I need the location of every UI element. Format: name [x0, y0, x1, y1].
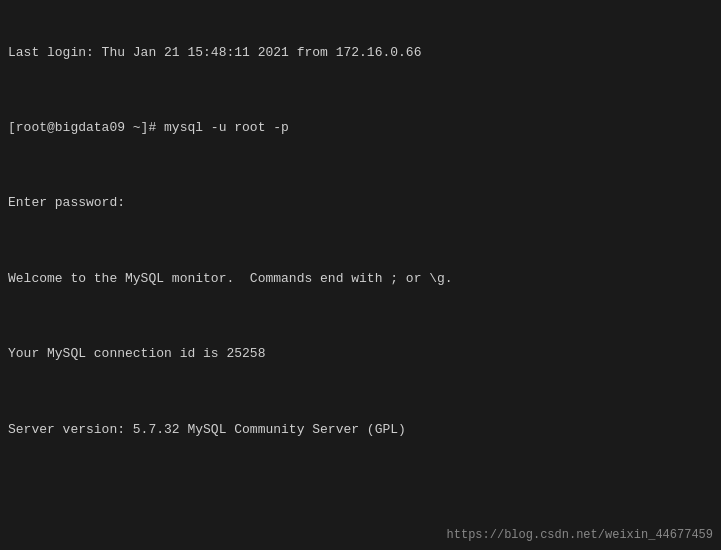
watermark: https://blog.csdn.net/weixin_44677459: [447, 528, 713, 542]
line-2: [root@bigdata09 ~]# mysql -u root -p: [8, 119, 713, 138]
line-4: Welcome to the MySQL monitor. Commands e…: [8, 270, 713, 289]
line-5: Your MySQL connection id is 25258: [8, 345, 713, 364]
line-3: Enter password:: [8, 194, 713, 213]
line-6: Server version: 5.7.32 MySQL Community S…: [8, 421, 713, 440]
line-1: Last login: Thu Jan 21 15:48:11 2021 fro…: [8, 44, 713, 63]
line-7: [8, 496, 713, 515]
terminal-window: Last login: Thu Jan 21 15:48:11 2021 fro…: [0, 0, 721, 550]
terminal-output: Last login: Thu Jan 21 15:48:11 2021 fro…: [8, 6, 713, 550]
